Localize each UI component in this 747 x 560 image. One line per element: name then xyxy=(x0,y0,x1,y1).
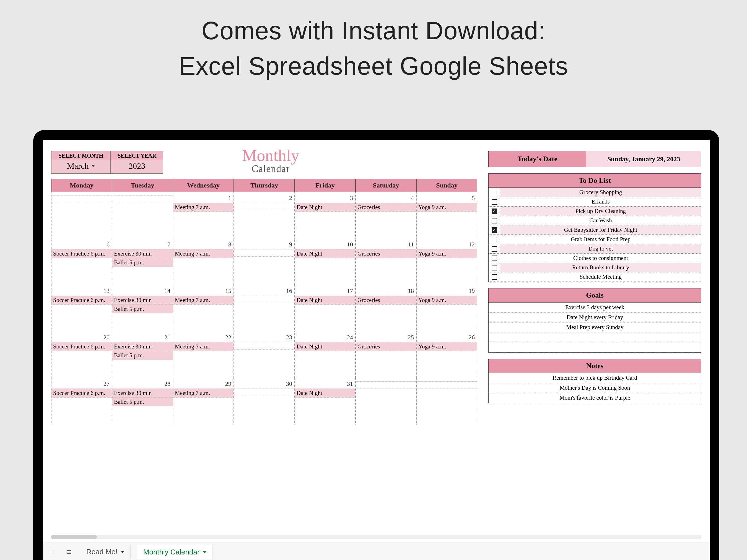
goal-item[interactable] xyxy=(489,342,701,352)
horizontal-scrollbar[interactable] xyxy=(51,535,701,539)
year-selector-value: 2023 xyxy=(129,161,145,170)
day-header: Saturday xyxy=(356,179,416,192)
calendar-cell[interactable]: 29Meeting 7 a.m. xyxy=(173,378,234,425)
date-number: 8 xyxy=(173,240,233,249)
checkbox-icon xyxy=(492,199,497,205)
calendar-cell[interactable] xyxy=(51,192,112,239)
calendar-cell[interactable] xyxy=(112,192,173,239)
todo-checkbox[interactable] xyxy=(489,198,500,206)
calendar-cell[interactable]: 18Groceries xyxy=(356,285,416,331)
day-header: Wednesday xyxy=(173,179,234,192)
calendar-event xyxy=(173,304,233,312)
calendar-cell[interactable]: 24Date Night xyxy=(295,331,356,378)
calendar-cell[interactable]: 11Groceries xyxy=(356,239,416,285)
calendar-event: Yoga 9 a.m. xyxy=(417,203,477,212)
calendar-cell[interactable]: 5Yoga 9 a.m. xyxy=(416,192,477,239)
calendar-cell[interactable]: 17Date Night xyxy=(295,285,356,331)
calendar-event xyxy=(234,249,294,256)
calendar-week: 6Soccer Practice 6 p.m.7Exercise 30 minB… xyxy=(51,239,477,285)
calendar-cell[interactable]: 6Soccer Practice 6 p.m. xyxy=(51,239,112,285)
calendar-event xyxy=(417,304,477,312)
date-number: 16 xyxy=(234,286,294,296)
todo-checkbox[interactable]: ✓ xyxy=(489,226,500,234)
note-item[interactable]: Remember to pick up Birthday Card xyxy=(489,373,701,383)
calendar-cell[interactable]: 12Yoga 9 a.m. xyxy=(416,239,477,285)
calendar-event xyxy=(417,381,477,389)
goal-item[interactable]: Date Night every Friday xyxy=(489,313,701,322)
tab-monthly-calendar[interactable]: Monthly Calendar xyxy=(137,544,213,559)
calendar-cell[interactable]: 23 xyxy=(234,331,295,378)
todo-checkbox[interactable] xyxy=(489,217,500,224)
calendar-event: Date Night xyxy=(295,342,355,351)
calendar-cell[interactable]: 3Date Night xyxy=(295,192,356,239)
all-sheets-button[interactable]: ≡ xyxy=(65,547,74,557)
calendar-grid: MondayTuesdayWednesdayThursdayFridaySatu… xyxy=(51,179,477,425)
todo-checkbox[interactable] xyxy=(489,264,500,272)
month-selector[interactable]: SELECT MONTH March xyxy=(51,151,111,174)
calendar-event: Groceries xyxy=(356,203,416,212)
todo-checkbox[interactable] xyxy=(489,236,500,243)
todo-row: Errands xyxy=(489,197,701,207)
todo-checkbox[interactable] xyxy=(489,273,500,281)
calendar-event xyxy=(51,195,112,203)
calendar-side: SELECT MONTH March SELECT YEAR 2023 xyxy=(51,151,477,532)
calendar-event xyxy=(356,258,416,265)
calendar-cell[interactable]: 31Date Night xyxy=(295,378,356,425)
calendar-cell[interactable]: 2 xyxy=(234,192,295,239)
calendar-cell[interactable]: 15Meeting 7 a.m. xyxy=(173,285,234,331)
todo-text: Car Wash xyxy=(500,216,701,225)
notes-panel: Notes Remember to pick up Birthday CardM… xyxy=(488,359,701,403)
calendar-cell[interactable]: 22Meeting 7 a.m. xyxy=(173,331,234,378)
calendar-cell[interactable] xyxy=(356,378,416,425)
calendar-cell[interactable]: 25Groceries xyxy=(356,331,416,378)
calendar-event: Exercise 30 min xyxy=(112,296,173,304)
todo-row: ✓Get Babysitter for Friday Night xyxy=(489,225,701,235)
calendar-cell[interactable]: 21Exercise 30 minBallet 5 p.m. xyxy=(112,331,173,378)
calendar-cell[interactable]: 8Meeting 7 a.m. xyxy=(173,239,234,285)
date-number: 27 xyxy=(51,379,112,389)
todo-text: Errands xyxy=(500,197,701,206)
calendar-cell[interactable]: 1Meeting 7 a.m. xyxy=(173,192,234,239)
calendar-cell[interactable]: 28Exercise 30 minBallet 5 p.m. xyxy=(112,378,173,425)
date-number: 18 xyxy=(356,286,416,296)
calendar-event: Yoga 9 a.m. xyxy=(417,342,477,351)
tab-read-me[interactable]: Read Me! xyxy=(80,545,131,559)
date-number: 26 xyxy=(417,333,477,342)
calendar-cell[interactable]: 10Date Night xyxy=(295,239,356,285)
todo-checkbox[interactable] xyxy=(489,245,500,253)
calendar-event xyxy=(173,212,233,219)
calendar-cell[interactable] xyxy=(416,378,477,425)
calendar-cell[interactable]: 20Soccer Practice 6 p.m. xyxy=(51,331,112,378)
calendar-cell[interactable]: 4Groceries xyxy=(356,192,416,239)
calendar-event: Soccer Practice 6 p.m. xyxy=(51,296,112,304)
calendar-cell[interactable]: 16 xyxy=(234,285,295,331)
note-item[interactable]: Mother's Day is Coming Soon xyxy=(489,383,701,393)
calendar-cell[interactable]: 27Soccer Practice 6 p.m. xyxy=(51,378,112,425)
add-sheet-button[interactable]: + xyxy=(48,547,58,557)
date-number: 3 xyxy=(295,193,355,203)
calendar-cell[interactable]: 9 xyxy=(234,239,295,285)
calendar-cell[interactable]: 7Exercise 30 minBallet 5 p.m. xyxy=(112,239,173,285)
calendar-event xyxy=(234,342,294,349)
todo-row: Car Wash xyxy=(489,216,701,225)
note-item[interactable]: Mom's favorite color is Purple xyxy=(489,393,701,403)
year-selector[interactable]: SELECT YEAR 2023 xyxy=(111,151,163,174)
todo-checkbox[interactable]: ✓ xyxy=(489,207,500,215)
calendar-cell[interactable]: 13Soccer Practice 6 p.m. xyxy=(51,285,112,331)
chevron-down-icon xyxy=(203,551,206,553)
date-number: 1 xyxy=(173,193,233,203)
calendar-cell[interactable]: 19Yoga 9 a.m. xyxy=(416,285,477,331)
goal-item[interactable]: Exercise 3 days per week xyxy=(489,302,701,313)
calendar-logo: Monthly Calendar xyxy=(242,148,299,175)
todo-checkbox[interactable] xyxy=(489,255,500,262)
goal-item[interactable] xyxy=(489,332,701,342)
calendar-cell[interactable]: 26Yoga 9 a.m. xyxy=(416,331,477,378)
calendar-cell[interactable]: 30 xyxy=(234,378,295,425)
todo-checkbox[interactable] xyxy=(489,189,500,196)
calendar-event xyxy=(51,397,112,405)
goal-item[interactable]: Meal Prep every Sunday xyxy=(489,322,701,332)
calendar-cell[interactable]: 14Exercise 30 minBallet 5 p.m. xyxy=(112,285,173,331)
date-number: 22 xyxy=(173,333,233,342)
date-number: 6 xyxy=(51,240,112,249)
calendar-week: 13Soccer Practice 6 p.m.14Exercise 30 mi… xyxy=(51,285,477,331)
